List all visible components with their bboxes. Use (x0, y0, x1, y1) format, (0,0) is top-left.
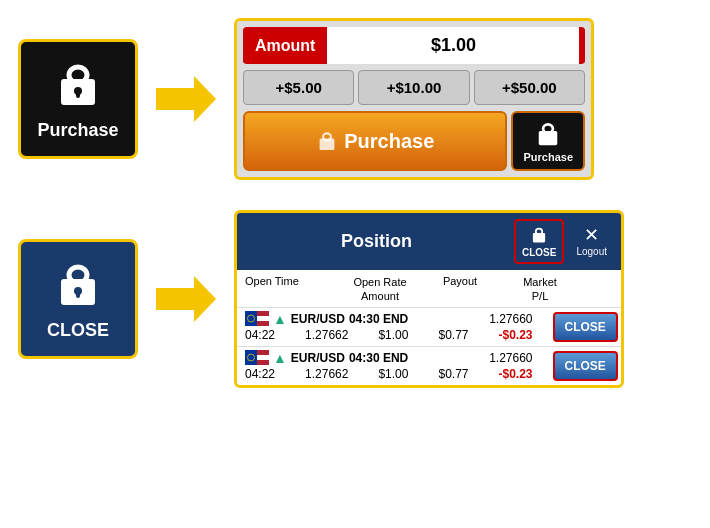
col-pl: MarketP/L (495, 275, 585, 304)
trade-top-line-2: ▲ EUR/USD 04:30 END 1.27660 (237, 347, 541, 366)
trade-amount-1: $1.00 (378, 328, 408, 342)
svg-marker-4 (156, 76, 216, 122)
trade-details-2: 04:22 1.27662 $1.00 $0.77 -$0.23 (237, 366, 541, 385)
trade-payout-1: $0.77 (438, 328, 468, 342)
trade-time-end-2: 04:30 END (349, 351, 408, 365)
svg-marker-13 (156, 276, 216, 322)
up-arrow-1: ▲ (273, 311, 287, 327)
svg-rect-8 (543, 124, 553, 133)
trade-pair-1: EUR/USD (291, 312, 345, 326)
quick-btn-5[interactable]: +$5.00 (243, 70, 354, 105)
table-row: ▲ EUR/USD 04:30 END 1.27660 04:22 1.2766… (237, 346, 621, 385)
svg-rect-3 (76, 91, 80, 98)
trade-top-line-1: ▲ EUR/USD 04:30 END 1.27660 (237, 308, 541, 327)
purchase-lock-icon-small (316, 129, 338, 153)
quick-amounts-row: +$5.00 +$10.00 +$50.00 (243, 70, 585, 105)
lock-icon-close (53, 257, 103, 312)
trade-close-button-2[interactable]: CLOSE (553, 351, 618, 381)
column-headers: Open Time Open RateAmount Payout MarketP… (237, 270, 621, 307)
top-row: Purchase Amount ✕ +$5.00 +$10.00 +$50.00 (18, 18, 594, 180)
svg-rect-20 (257, 321, 269, 326)
trade-payout-2: $0.77 (438, 367, 468, 381)
trade-sub-rate-2: 1.27662 (305, 367, 348, 381)
position-header: Position CLOSE ✕ Logout (237, 213, 621, 270)
trade-time-end-1: 04:30 END (349, 312, 408, 326)
trade-row-inner-1: ▲ EUR/USD 04:30 END 1.27660 04:22 1.2766… (237, 308, 541, 346)
amount-input[interactable] (327, 27, 579, 64)
purchase-panel: Amount ✕ +$5.00 +$10.00 +$50.00 Purchase (234, 18, 594, 180)
trade-open-time-2: 04:22 (245, 367, 275, 381)
position-close-button[interactable]: CLOSE (514, 219, 564, 264)
trade-details-1: 04:22 1.27662 $1.00 $0.77 -$0.23 (237, 327, 541, 346)
arrow-right-top (156, 74, 216, 124)
svg-rect-16 (245, 311, 257, 326)
amount-label: Amount (243, 29, 327, 63)
svg-rect-12 (76, 291, 80, 298)
purchase-main-button[interactable]: Purchase (243, 111, 507, 171)
close-icon-label: CLOSE (47, 320, 109, 341)
bottom-row: CLOSE Position CLOSE ✕ Logout Op (18, 210, 624, 388)
trade-rate-top-1: 1.27660 (489, 312, 532, 326)
svg-rect-19 (257, 316, 269, 321)
purchase-icon-btn-label: Purchase (523, 151, 573, 163)
svg-rect-18 (257, 311, 269, 316)
amount-row: Amount ✕ (243, 27, 585, 64)
position-close-lock-icon (530, 225, 548, 245)
col-payout: Payout (425, 275, 495, 304)
svg-rect-15 (536, 229, 542, 235)
purchase-icon-button[interactable]: Purchase (511, 111, 585, 171)
purchase-lock-icon-btn (534, 119, 562, 149)
trade-sub-rate-1: 1.27662 (305, 328, 348, 342)
eu-us-flag-svg-2 (245, 350, 269, 365)
col-open-rate: Open RateAmount (335, 275, 425, 304)
trade-pl-2: -$0.23 (498, 367, 532, 381)
trade-close-button-1[interactable]: CLOSE (553, 312, 618, 342)
svg-rect-23 (257, 350, 269, 355)
quick-btn-50[interactable]: +$50.00 (474, 70, 585, 105)
table-row: ▲ EUR/USD 04:30 END 1.27660 04:22 1.2766… (237, 307, 621, 346)
quick-btn-10[interactable]: +$10.00 (358, 70, 469, 105)
purchase-icon-box[interactable]: Purchase (18, 39, 138, 159)
svg-rect-10 (69, 267, 87, 283)
svg-rect-24 (257, 355, 269, 360)
trade-close-col-1: CLOSE (541, 308, 624, 346)
purchase-btn-row: Purchase Purchase (243, 111, 585, 171)
lock-icon (53, 57, 103, 112)
trade-pair-2: EUR/USD (291, 351, 345, 365)
eu-flag-2 (245, 350, 269, 365)
svg-rect-6 (323, 133, 331, 140)
svg-rect-1 (69, 67, 87, 83)
purchase-icon-label: Purchase (37, 120, 118, 141)
trade-row-inner-2: ▲ EUR/USD 04:30 END 1.27660 04:22 1.2766… (237, 347, 541, 385)
logout-button[interactable]: ✕ Logout (570, 222, 613, 261)
trade-open-time-1: 04:22 (245, 328, 275, 342)
amount-clear-button[interactable]: ✕ (579, 29, 585, 63)
svg-rect-25 (257, 360, 269, 365)
trade-amount-2: $1.00 (378, 367, 408, 381)
svg-rect-21 (245, 350, 257, 365)
eu-us-flag-svg-1 (245, 311, 269, 326)
close-icon-box[interactable]: CLOSE (18, 239, 138, 359)
trade-rate-top-2: 1.27660 (489, 351, 532, 365)
up-arrow-2: ▲ (273, 350, 287, 366)
position-title: Position (245, 231, 508, 252)
col-open-time: Open Time (245, 275, 335, 304)
trade-pl-1: -$0.23 (498, 328, 532, 342)
eu-flag-1 (245, 311, 269, 326)
trade-close-col-2: CLOSE (541, 347, 624, 385)
arrow-right-bottom (156, 274, 216, 324)
position-panel: Position CLOSE ✕ Logout Open Time Open R… (234, 210, 624, 388)
